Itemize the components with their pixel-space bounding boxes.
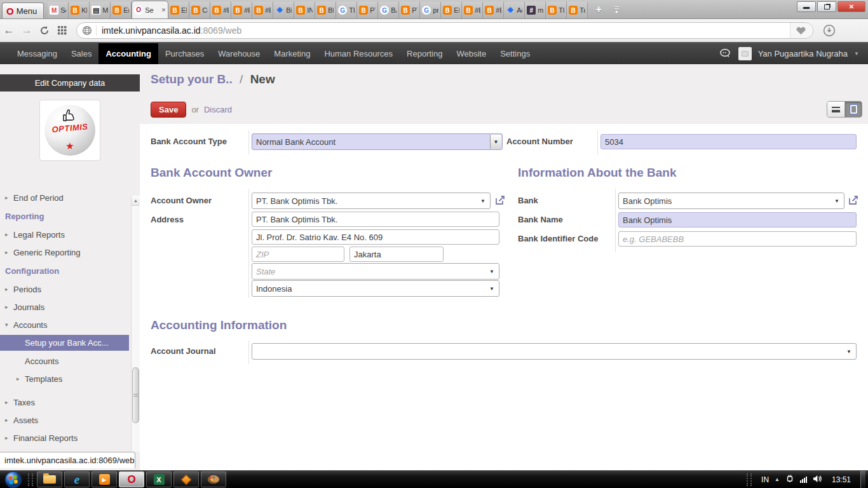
nav-menu-item[interactable]: Settings xyxy=(493,43,537,64)
messages-button[interactable] xyxy=(719,48,732,59)
bank-name-input[interactable] xyxy=(618,212,857,227)
reload-button[interactable] xyxy=(36,22,53,39)
power-plug-icon[interactable] xyxy=(785,474,794,485)
taskbar-app-button[interactable] xyxy=(64,471,90,487)
user-menu-caret-icon[interactable]: ▼ xyxy=(854,51,859,57)
address-city-input[interactable] xyxy=(349,247,444,262)
sidebar-menu-item[interactable]: ▸ Journals xyxy=(0,298,131,316)
forward-button[interactable]: → xyxy=(18,22,36,39)
close-button[interactable]: ✕ xyxy=(837,1,865,12)
browser-tab[interactable]: B EF xyxy=(168,2,189,18)
browser-tab[interactable]: B Bl xyxy=(315,2,336,18)
nav-menu-item[interactable]: Accounting xyxy=(98,43,158,64)
browser-tab[interactable]: B Cc xyxy=(189,2,210,18)
clock[interactable]: 13:51 xyxy=(832,475,851,484)
nav-menu-item[interactable]: Marketing xyxy=(267,43,317,64)
bank-account-type-select[interactable]: Normal Bank Account ▼ xyxy=(252,133,503,150)
nav-menu-item[interactable]: Messaging xyxy=(10,43,64,64)
taskbar-app-button[interactable] xyxy=(92,471,117,487)
opera-menu-button[interactable]: O Menu xyxy=(2,3,44,18)
open-record-button[interactable] xyxy=(494,194,506,206)
browser-tab[interactable]: B #E xyxy=(483,2,504,18)
sidebar-menu-item[interactable]: ▸ Legal Reports xyxy=(0,226,131,243)
bic-input[interactable] xyxy=(618,231,857,247)
nav-menu-item[interactable]: Website xyxy=(449,43,493,64)
browser-tab[interactable]: B Er xyxy=(111,2,132,18)
hidden-icons-button[interactable]: ▲ xyxy=(775,477,780,482)
open-bank-record-button[interactable] xyxy=(848,194,859,206)
url-field[interactable]: imtek.univpancasila.ac.id:8069/web xyxy=(76,22,813,39)
back-button[interactable]: ← xyxy=(0,22,18,39)
save-button[interactable]: Save xyxy=(151,102,186,118)
breadcrumb-parent-link[interactable]: Setup your B.. xyxy=(151,72,233,86)
account-journal-select[interactable]: ▼ xyxy=(252,343,857,360)
nav-menu-item[interactable]: Warehouse xyxy=(211,43,267,64)
browser-tab[interactable]: G BA xyxy=(378,2,399,18)
browser-tab[interactable]: B Kl xyxy=(69,2,90,18)
sidebar-menu-item[interactable]: ▸ Financial Reports xyxy=(0,429,131,447)
bank-select[interactable]: Bank Optimis ▼ xyxy=(618,193,844,209)
sidebar-menu-item[interactable]: ▸ Templates xyxy=(0,370,131,388)
taskbar-app-button[interactable] xyxy=(146,471,172,487)
sidebar-menu-item[interactable]: Configuration xyxy=(0,261,131,280)
browser-tab[interactable]: B Tl xyxy=(546,2,567,18)
show-desktop-button[interactable] xyxy=(860,471,865,488)
discard-link[interactable]: Discard xyxy=(204,105,232,114)
edit-company-button[interactable]: Edit Company data xyxy=(0,74,140,92)
browser-tab[interactable]: G TE xyxy=(336,2,357,18)
sidebar-menu-item[interactable]: ▸ End of Period xyxy=(0,189,131,207)
address-zip-input[interactable] xyxy=(252,247,344,262)
address-street1-input[interactable] xyxy=(252,212,499,227)
nav-menu-item[interactable]: Sales xyxy=(64,43,99,64)
form-view-button[interactable] xyxy=(844,102,862,117)
list-view-button[interactable] xyxy=(827,102,844,117)
start-button[interactable] xyxy=(3,471,24,488)
taskbar-app-button[interactable] xyxy=(201,471,226,487)
sidebar-menu-item[interactable]: Reporting xyxy=(0,207,131,226)
address-state-select[interactable]: State ▼ xyxy=(252,263,499,280)
browser-tab[interactable]: B PT xyxy=(399,2,420,18)
browser-tab[interactable]: ▤ M xyxy=(90,2,111,18)
user-menu[interactable]: Yan Pugaartika Nugraha xyxy=(758,49,848,58)
browser-tab[interactable]: # m xyxy=(525,2,546,18)
browser-tab[interactable]: ❖ Bi xyxy=(273,2,294,18)
browser-tab[interactable]: B IN xyxy=(294,2,315,18)
dropdown-button-icon[interactable]: ▼ xyxy=(490,135,501,149)
bookmark-heart-button[interactable] xyxy=(790,23,811,38)
taskbar-app-button[interactable] xyxy=(37,471,62,487)
scrollbar-thumb[interactable] xyxy=(132,367,139,423)
network-signal-icon[interactable] xyxy=(800,477,807,483)
sidebar-menu-item[interactable]: ▸ Assets xyxy=(0,411,131,429)
company-logo[interactable]: OPTIMIS ★ xyxy=(40,100,100,160)
downloads-button[interactable] xyxy=(818,24,840,37)
browser-tab[interactable]: B #E xyxy=(210,2,231,18)
sidebar-menu-item[interactable]: ▾ Accounts xyxy=(0,316,131,334)
address-street2-input[interactable] xyxy=(252,229,499,245)
browser-tab[interactable]: M Se xyxy=(48,2,69,18)
user-avatar[interactable] xyxy=(738,47,752,60)
browser-tab[interactable]: B EF xyxy=(441,2,462,18)
new-tab-button[interactable]: + xyxy=(590,2,607,17)
tab-menu-icon[interactable]: ≡▼ xyxy=(608,2,625,17)
sidebar-menu-item[interactable]: ▸ Generic Reporting xyxy=(0,243,131,261)
sidebar-menu-item[interactable]: ▸ Periods xyxy=(0,280,131,298)
nav-menu-item[interactable]: Human Resources xyxy=(317,43,400,64)
nav-menu-item[interactable]: Reporting xyxy=(400,43,449,64)
volume-icon[interactable] xyxy=(813,475,822,485)
restore-button[interactable] xyxy=(817,1,836,12)
sidebar-menu-item[interactable]: ▸ Taxes xyxy=(0,393,131,411)
scroll-up-icon[interactable]: ▲ xyxy=(132,196,140,206)
address-country-select[interactable]: Indonesia ▼ xyxy=(252,280,499,297)
speed-dial-button[interactable] xyxy=(53,22,71,39)
language-indicator[interactable]: IN xyxy=(761,475,769,484)
browser-tab[interactable]: G pr xyxy=(420,2,441,18)
account-number-input[interactable] xyxy=(600,134,857,149)
tab-close-icon[interactable]: ✕ xyxy=(161,7,166,13)
sidebar-menu-item[interactable]: Accounts xyxy=(0,352,131,370)
browser-tab[interactable]: B #E xyxy=(231,2,252,18)
sidebar-scrollbar[interactable]: ▲ xyxy=(131,196,140,452)
site-globe-icon[interactable] xyxy=(82,25,92,36)
browser-tab[interactable]: O Se ✕ xyxy=(132,1,168,18)
nav-menu-item[interactable]: Purchases xyxy=(158,43,211,64)
account-owner-select[interactable]: PT. Bank Optimis Tbk. ▼ xyxy=(252,193,491,209)
